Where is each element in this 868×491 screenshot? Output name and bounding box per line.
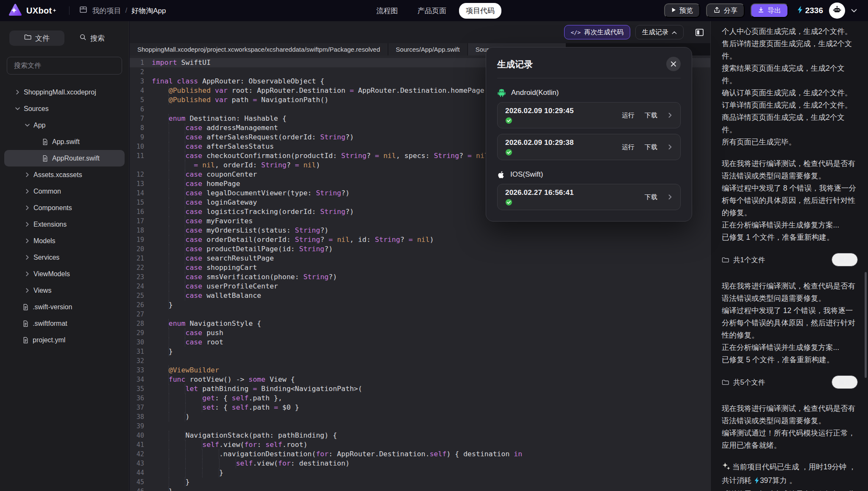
generation-records-button[interactable]: 生成记录 [635, 25, 684, 39]
editor-tab[interactable]: ShoppingMall.xcodeproj/project.xcworkspa… [130, 43, 388, 55]
app-logo[interactable]: UXbot [8, 3, 56, 18]
file-sidebar: 文件 搜索 ShoppingMall.xcodeprojSourcesAppAp… [0, 21, 129, 491]
code-text: } [152, 300, 173, 310]
code-text: = nil, orderId: String? = nil) [152, 161, 320, 170]
tree-item[interactable]: App [4, 117, 125, 133]
generation-records-modal: 生成记录 Android(Kotlin)2026.02.09 10:29:45运… [486, 47, 692, 222]
tree-item[interactable]: Extensions [4, 216, 125, 233]
tree-item[interactable]: Components [4, 200, 125, 216]
indent-guide [202, 449, 219, 459]
avatar[interactable] [829, 3, 845, 19]
run-link[interactable]: 运行 [622, 143, 634, 151]
tree-item[interactable]: Views [4, 282, 125, 299]
tab-search[interactable]: 搜索 [64, 31, 120, 46]
nav-tab-项目代码[interactable]: 项目代码 [459, 3, 501, 19]
code-text: case push [152, 328, 223, 338]
token: String [320, 208, 345, 216]
code-line: 35let pathBinding = Binding<NavigationPa… [130, 384, 710, 394]
scrollbar-thumb[interactable] [865, 272, 867, 378]
regenerate-code-button[interactable]: </> 再次生成代码 [564, 25, 630, 39]
chevron-down-icon[interactable] [851, 7, 857, 14]
nav-tab-流程图[interactable]: 流程图 [370, 3, 405, 19]
line-number: 42 [130, 449, 152, 459]
message-line: 编译过程中发现了 12 个错误，我将逐一分析每个错误的具体原因，然后进行针对性的… [722, 305, 858, 341]
record-info: 2026.02.27 16:56:41 [505, 189, 574, 206]
generation-record-card[interactable]: 2026.02.09 10:29:45运行下载 [497, 102, 681, 128]
files-summary-row: 共5个文件展开 [722, 375, 858, 389]
code-text: } [152, 487, 173, 491]
toggle-panel-icon[interactable] [695, 28, 704, 37]
token: String [434, 152, 459, 160]
code-text: NavigationStack(path: pathBinding) { [152, 431, 337, 440]
export-button[interactable]: 导出 [751, 3, 788, 18]
editor-tab[interactable]: Sources/App/App.swift [388, 43, 468, 55]
chevron-right-icon [25, 222, 30, 227]
tree-item[interactable]: AppRouter.swift [4, 150, 125, 166]
tab-files[interactable]: 文件 [9, 31, 64, 46]
code-line: 46} [130, 487, 710, 491]
tree-item[interactable]: ShoppingMall.xcodeproj [4, 84, 125, 100]
token: case [185, 273, 202, 281]
tree-item[interactable]: App.swift [4, 133, 125, 150]
tree-item[interactable]: .swiftformat [4, 315, 125, 332]
tree-item-label: Services [33, 254, 59, 261]
indent-guide [169, 412, 186, 422]
expand-button[interactable]: 展开 [832, 375, 858, 389]
breadcrumb-parent[interactable]: 我的项目 [92, 6, 121, 16]
share-button[interactable]: 分享 [706, 3, 745, 18]
code-text: final class AppRouter: ObservableObject … [152, 77, 324, 86]
line-number: 44 [130, 468, 152, 477]
token: String [375, 236, 401, 244]
document-icon [22, 320, 29, 327]
code-icon: </> [571, 29, 581, 36]
download-link[interactable]: 下载 [645, 193, 657, 201]
indent-guide [169, 179, 186, 189]
tree-item[interactable]: project.yml [4, 332, 125, 348]
tree-item[interactable]: ViewModels [4, 266, 125, 282]
credits-counter[interactable]: 2336 [797, 6, 823, 16]
line-number [130, 161, 152, 170]
assistant-message: 现在我将进行编译测试，检查代码是否有语法错误或类型问题需要修复。编译过程中发现了… [722, 158, 858, 244]
token: final class [152, 77, 198, 85]
token: = [253, 96, 257, 104]
indent-guide [169, 216, 186, 226]
indent-guide [169, 272, 186, 282]
download-link[interactable]: 下载 [645, 143, 657, 151]
generation-record-card[interactable]: 2026.02.27 16:56:41下载 [497, 184, 681, 210]
modal-title: 生成记录 [497, 57, 533, 70]
expand-button[interactable]: 展开 [832, 253, 858, 266]
tree-item[interactable]: Sources [4, 100, 125, 117]
token: self [236, 459, 253, 467]
check-circle-icon [505, 149, 574, 156]
tree-item[interactable]: Services [4, 249, 125, 266]
projects-box-icon [79, 5, 88, 16]
token: nil [337, 236, 350, 244]
indent-guide [169, 207, 186, 216]
line-number: 22 [130, 263, 152, 272]
token: import [152, 58, 177, 67]
nav-tab-产品页面[interactable]: 产品页面 [411, 3, 453, 19]
download-link[interactable]: 下载 [645, 111, 657, 119]
indent-guide [152, 338, 169, 347]
message-line: 搜索结果页页面生成完成，生成2个文件。 [722, 62, 858, 87]
editor-toolbar: </> 再次生成代码 生成记录 [130, 21, 710, 43]
code-line: 29case push [130, 328, 710, 338]
tree-item-label: AppRouter.swift [52, 155, 100, 162]
preview-button[interactable]: 预览 [664, 3, 700, 18]
file-search-input[interactable] [13, 61, 116, 70]
record-timestamp: 2026.02.09 10:29:38 [505, 139, 574, 147]
generation-record-card[interactable]: 2026.02.09 10:29:38运行下载 [497, 134, 681, 160]
indent-guide [152, 403, 169, 412]
tree-item[interactable]: .swift-version [4, 299, 125, 315]
indent-guide [169, 123, 186, 133]
close-button[interactable] [666, 57, 681, 71]
indent-guide [169, 235, 186, 244]
assistant-message: 个人中心页面生成完成，生成2个文件。售后详情进度页面生成完成，生成2个文件。搜索… [722, 25, 858, 148]
tree-item[interactable]: Assets.xcassets [4, 166, 125, 183]
tree-item[interactable]: Models [4, 233, 125, 249]
tree-item[interactable]: Common [4, 183, 125, 200]
files-count: 共1个文件 [722, 254, 765, 266]
check-circle-icon [505, 117, 574, 124]
indent-guide [152, 86, 169, 95]
run-link[interactable]: 运行 [622, 111, 634, 119]
